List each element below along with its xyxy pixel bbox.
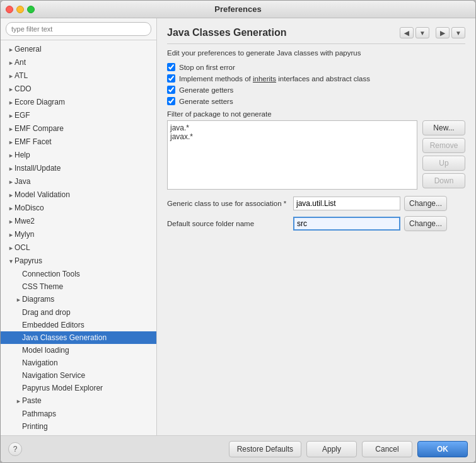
filter-btn-down[interactable]: Down: [422, 173, 465, 188]
bottom-left: ?: [8, 442, 22, 456]
expand-arrow: ►: [8, 84, 15, 95]
header-icons: ◀ ▼ ▶ ▼: [400, 27, 465, 38]
change-button-1[interactable]: Change...: [404, 216, 447, 231]
ok-button[interactable]: OK: [417, 441, 468, 457]
sidebar-item-label: Drag and drop: [22, 308, 71, 317]
sidebar-item-connection-tools[interactable]: Connection Tools: [1, 268, 156, 280]
sidebar-item-label: Model loading: [22, 346, 69, 355]
sidebar-item-ocl[interactable]: ►OCL: [1, 241, 156, 254]
expand-arrow: ►: [8, 229, 15, 241]
filter-list-item[interactable]: javax.*: [170, 132, 414, 141]
expand-arrow: ►: [8, 44, 15, 55]
checkbox-row-generate-getters: Generate getters: [167, 86, 465, 94]
checkbox-stop-on-first-error[interactable]: [167, 63, 175, 71]
maximize-button[interactable]: [27, 6, 35, 13]
nav-menu-icon[interactable]: ▼: [415, 27, 429, 38]
sidebar-item-pathmaps[interactable]: Pathmaps: [1, 408, 156, 420]
checkbox-implement-methods[interactable]: [167, 74, 175, 83]
sidebar-item-papyrus-model-explorer[interactable]: Papyrus Model Explorer: [1, 382, 156, 394]
checkbox-generate-getters[interactable]: [167, 86, 175, 94]
sidebar-item-install-update[interactable]: ►Install/Update: [1, 162, 156, 175]
sidebar-item-label: Pathmaps: [22, 409, 56, 418]
expand-arrow: ►: [8, 137, 15, 148]
nav-forward-icon[interactable]: ▶: [436, 27, 450, 38]
sidebar-item-atl[interactable]: ►ATL: [1, 69, 156, 83]
expand-arrow: ►: [8, 203, 15, 214]
expand-arrow: ►: [16, 294, 22, 306]
expand-arrow: ►: [8, 150, 15, 161]
sidebar-item-label: Embedded Editors: [22, 321, 84, 329]
sidebar-item-ant[interactable]: ►Ant: [1, 56, 156, 69]
sidebar-item-navigation-service[interactable]: Navigation Service: [1, 369, 156, 382]
checkbox-row-implement-methods: Implement methods of inherits interfaces…: [167, 74, 465, 83]
sidebar-item-label: Ant: [15, 58, 26, 67]
sidebar-item-diagrams[interactable]: ►Diagrams: [1, 293, 156, 306]
sidebar-item-modisco[interactable]: ►MoDisco: [1, 202, 156, 215]
sidebar-item-ecore-diagram[interactable]: ►Ecore Diagram: [1, 96, 156, 109]
sidebar-item-help[interactable]: ►Help: [1, 149, 156, 162]
expand-arrow: ►: [8, 163, 15, 174]
nav-back-icon[interactable]: ◀: [400, 27, 414, 38]
filter-input[interactable]: [6, 22, 151, 36]
expand-arrow: ►: [16, 396, 22, 407]
checkbox-generate-setters[interactable]: [167, 97, 175, 105]
form-row-0: Generic class to use for association *Ch…: [167, 196, 465, 211]
nav-forward-menu-icon[interactable]: ▼: [451, 27, 465, 38]
expand-arrow: ►: [8, 176, 15, 188]
sidebar-item-paste[interactable]: ►Paste: [1, 394, 156, 408]
sidebar-item-egf[interactable]: ►EGF: [1, 109, 156, 122]
sidebar-item-java-classes-generation[interactable]: Java Classes Generation: [1, 331, 156, 344]
sidebar-item-printing[interactable]: Printing: [1, 420, 156, 433]
form-input-0[interactable]: [293, 197, 400, 210]
tree: ►General►Ant►ATL►CDO►Ecore Diagram►EGF►E…: [1, 40, 156, 435]
sidebar-item-label: Mwe2: [15, 217, 35, 226]
sidebar-item-label: Printing: [22, 422, 48, 431]
checkbox-row-stop-on-first-error: Stop on first error: [167, 63, 465, 71]
expand-arrow: ►: [8, 71, 15, 82]
sidebar-item-label: Install/Update: [15, 164, 61, 173]
sidebar-item-java[interactable]: ►Java: [1, 175, 156, 188]
filter-btn-new[interactable]: New...: [422, 120, 465, 135]
filter-list-item[interactable]: java.*: [170, 123, 414, 132]
sidebar: ►General►Ant►ATL►CDO►Ecore Diagram►EGF►E…: [1, 18, 157, 435]
minimize-button[interactable]: [16, 6, 24, 13]
filter-btn-remove[interactable]: Remove: [422, 138, 465, 153]
sidebar-item-label: Java: [15, 177, 30, 186]
sidebar-item-drag-and-drop[interactable]: Drag and drop: [1, 306, 156, 319]
expand-arrow: ►: [8, 57, 15, 69]
sidebar-item-general[interactable]: ►General: [1, 43, 156, 56]
sidebar-item-css-theme[interactable]: CSS Theme: [1, 280, 156, 293]
expand-arrow: ▼: [8, 256, 15, 267]
filter-box: [1, 18, 156, 40]
sidebar-item-emf-compare[interactable]: ►EMF Compare: [1, 122, 156, 135]
expand-arrow: ►: [8, 110, 15, 122]
change-button-0[interactable]: Change...: [404, 196, 447, 211]
close-button[interactable]: [6, 6, 13, 13]
expand-arrow: ►: [8, 97, 15, 108]
sidebar-item-label: Mylyn: [15, 230, 34, 239]
sidebar-item-label: Paste: [22, 396, 42, 405]
filter-btn-up[interactable]: Up: [422, 156, 465, 171]
checkbox-label-generate-getters: Generate getters: [179, 86, 233, 94]
sidebar-item-model-loading[interactable]: Model loading: [1, 344, 156, 357]
sidebar-item-navigation[interactable]: Navigation: [1, 357, 156, 369]
content-main: Java Classes Generation ◀ ▼ ▶ ▼ Edit you…: [167, 27, 465, 429]
filter-buttons: New...RemoveUpDown: [422, 120, 465, 190]
restore-defaults-button[interactable]: Restore Defaults: [229, 441, 301, 457]
sidebar-item-label: EGF: [15, 111, 30, 120]
sidebar-item-mwe2[interactable]: ►Mwe2: [1, 215, 156, 228]
sidebar-item-cdo[interactable]: ►CDO: [1, 83, 156, 96]
sidebar-item-model-validation[interactable]: ►Model Validation: [1, 188, 156, 202]
form-row-1: Default source folder nameChange...: [167, 216, 465, 231]
checkbox-label-stop-on-first-error: Stop on first error: [179, 64, 235, 71]
sidebar-item-emf-facet[interactable]: ►EMF Facet: [1, 135, 156, 149]
apply-button[interactable]: Apply: [306, 441, 357, 457]
sidebar-item-mylyn[interactable]: ►Mylyn: [1, 228, 156, 241]
cancel-button[interactable]: Cancel: [362, 441, 412, 457]
form-input-1[interactable]: [293, 217, 400, 231]
help-icon[interactable]: ?: [8, 442, 22, 456]
sidebar-item-embedded-editors[interactable]: Embedded Editors: [1, 319, 156, 331]
sidebar-item-papyrus[interactable]: ▼Papyrus: [1, 254, 156, 268]
checkboxes-container: Stop on first errorImplement methods of …: [167, 63, 465, 105]
sidebar-item-label: Navigation Service: [22, 371, 85, 380]
